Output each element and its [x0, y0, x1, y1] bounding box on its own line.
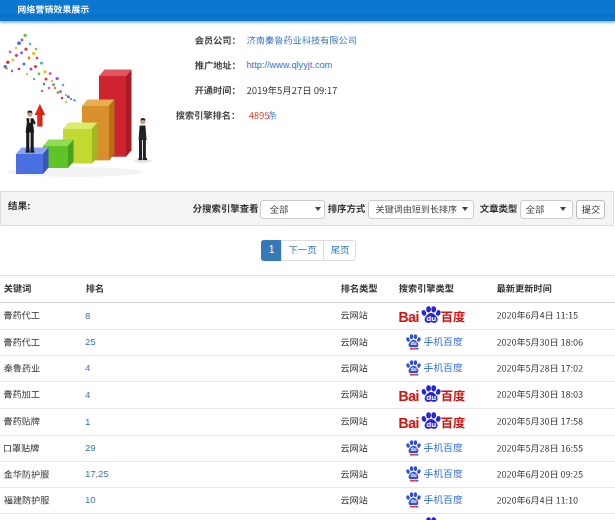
svg-text:Bai: Bai [399, 415, 419, 431]
svg-text:Bai: Bai [399, 388, 419, 404]
svg-text:Bai: Bai [399, 309, 419, 325]
svg-text:du: du [410, 342, 416, 347]
svg-text:du: du [426, 314, 436, 323]
svg-text:du: du [410, 448, 416, 453]
svg-text:du: du [426, 393, 436, 402]
svg-text:du: du [426, 420, 436, 429]
svg-text:du: du [410, 474, 416, 479]
svg-text:du: du [410, 368, 416, 373]
svg-text:du: du [410, 500, 416, 505]
